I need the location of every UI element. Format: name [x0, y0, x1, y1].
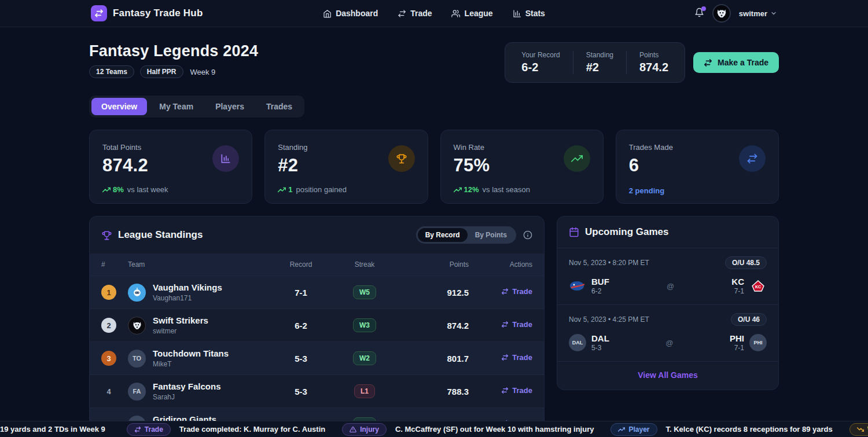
team-initials-avatar: TO	[128, 350, 146, 368]
ticker-item: Trade completed: K. Murray for C. Austin	[179, 425, 325, 434]
summary-your-record: Your Record 6-2	[509, 51, 572, 74]
top-navbar: Fantasy Trade Hub Dashboard Trade League…	[0, 0, 868, 27]
at-separator: @	[667, 282, 674, 291]
standings-title: League Standings	[118, 229, 203, 241]
trending-up-icon	[278, 186, 286, 194]
news-ticker: 19 yards and 2 TDs in Week 9 Trade Trade…	[0, 421, 868, 437]
nav-item-dashboard[interactable]: Dashboard	[323, 9, 378, 18]
summary-standing: Standing #2	[573, 51, 626, 74]
notifications-bell-icon[interactable]	[694, 8, 704, 20]
chevron-down-icon	[770, 10, 777, 17]
table-row: 1 Vaughan Vikings Vaughan171 7-1 W5 912.…	[90, 276, 544, 309]
row-trade-button[interactable]: Trade	[501, 353, 532, 362]
make-a-trade-button[interactable]: Make a Trade	[693, 52, 779, 73]
ticker-item: C. McCaffrey (SF) out for Week 10 with h…	[395, 425, 594, 434]
stat-cards: Total Points 874.2 8% vs last week Stand…	[89, 130, 779, 204]
alert-triangle-icon	[350, 426, 356, 433]
home-team-abbr: PHI	[730, 333, 744, 343]
league-standings-card: League Standings By Record By Points # T…	[89, 216, 545, 437]
trending-up-icon	[454, 186, 462, 194]
cowboys-abbr-avatar: DAL	[569, 334, 586, 351]
user-menu[interactable]: switmer	[739, 9, 777, 18]
row-trade-button[interactable]: Trade	[501, 287, 532, 296]
over-under-badge: O/U 48.5	[725, 256, 767, 269]
team-name: Swift Strikers	[153, 315, 208, 326]
rank-badge: 4	[101, 384, 116, 399]
sort-toggle: By Record By Points	[416, 226, 516, 244]
trending-up-icon	[102, 186, 111, 194]
teams-badge: 12 Teams	[89, 65, 134, 78]
stat-card-trades-made: Trades Made 6 2 pending	[616, 130, 779, 204]
nav-item-league[interactable]: League	[452, 9, 493, 18]
ticker-item: 19 yards and 2 TDs in Week 9	[0, 425, 105, 434]
swap-arrows-icon	[501, 354, 509, 361]
notification-dot	[701, 6, 706, 11]
toggle-by-points[interactable]: By Points	[468, 228, 514, 242]
tab-my-team[interactable]: My Team	[149, 98, 203, 115]
trending-up-icon	[618, 426, 625, 433]
team-points: 801.7	[396, 354, 469, 363]
away-team-abbr: DAL	[591, 333, 609, 343]
game-item[interactable]: Nov 5, 2023 • 8:20 PM ET O/U 48.5 BUF 6-…	[557, 248, 778, 304]
game-datetime: Nov 5, 2023 • 8:20 PM ET	[569, 259, 649, 267]
nav-item-trade[interactable]: Trade	[398, 9, 432, 18]
view-tabs: Overview My Team Players Trades	[89, 96, 304, 117]
team-points: 874.2	[396, 321, 469, 330]
stat-card-standing: Standing #2 1 position gained	[264, 130, 428, 204]
upcoming-games-card: Upcoming Games Nov 5, 2023 • 8:20 PM ET …	[557, 216, 779, 390]
home-team-abbr: KC	[731, 277, 744, 287]
game-item[interactable]: Nov 5, 2023 • 4:25 PM ET O/U 46 DAL DAL …	[557, 304, 778, 361]
team-record: 5-3	[269, 387, 333, 396]
trending-up-icon	[564, 145, 590, 172]
rank-badge: 3	[101, 351, 116, 366]
team-owner: Vaughan171	[153, 294, 222, 302]
home-icon	[323, 9, 332, 18]
brand-name: Fantasy Trade Hub	[113, 8, 203, 19]
team-owner: switmer	[153, 327, 208, 335]
calendar-icon	[569, 227, 579, 237]
swap-arrows-icon	[134, 426, 141, 433]
week-label: Week 9	[190, 68, 216, 76]
scoring-badge: Half PPR	[140, 65, 183, 78]
tab-overview[interactable]: Overview	[91, 98, 147, 115]
user-avatar[interactable]	[712, 4, 731, 23]
trending-down-icon	[857, 426, 864, 433]
swap-arrows-icon	[398, 9, 406, 18]
nav-right: switmer	[694, 4, 777, 23]
home-team-record: 7-1	[730, 344, 744, 352]
team-initials-avatar: FA	[128, 383, 146, 401]
game-datetime: Nov 5, 2023 • 4:25 PM ET	[569, 315, 649, 324]
bar-chart-icon	[212, 145, 239, 172]
streak-badge: L1	[354, 384, 375, 398]
nav-item-stats[interactable]: Stats	[513, 9, 545, 18]
brand: Fantasy Trade Hub	[91, 5, 203, 21]
nav-menu: Dashboard Trade League Stats	[323, 9, 545, 18]
info-icon[interactable]	[523, 230, 532, 240]
summary-points: Points 874.2	[626, 51, 681, 74]
row-trade-button[interactable]: Trade	[501, 386, 532, 395]
tab-trades[interactable]: Trades	[256, 98, 302, 115]
away-team-record: 5-3	[591, 344, 609, 352]
wolf-mascot-avatar	[128, 317, 146, 335]
pending-trades-link[interactable]: 2 pending	[629, 186, 766, 195]
table-row: 2 Swift Strikers switmer 6-2 W3 874.2 Tr…	[90, 309, 544, 341]
swap-arrows-icon	[501, 288, 509, 295]
stat-card-win-rate: Win Rate 75% 12% vs last season	[440, 130, 604, 204]
team-record: 5-3	[269, 354, 333, 363]
away-team-record: 6-2	[591, 287, 609, 295]
team-points: 788.3	[396, 387, 469, 396]
row-trade-button[interactable]: Trade	[501, 320, 532, 329]
view-all-games-link[interactable]: View All Games	[638, 370, 698, 380]
team-record: 6-2	[269, 321, 333, 330]
tab-players[interactable]: Players	[205, 98, 254, 115]
home-team-record: 7-1	[731, 287, 744, 295]
toggle-by-record[interactable]: By Record	[418, 228, 468, 242]
injury-badge: Injury	[342, 423, 387, 436]
svg-text:KC: KC	[755, 285, 761, 289]
team-name: Vaughan Vikings	[153, 282, 222, 293]
viking-robot-avatar	[128, 284, 146, 302]
streak-badge: W5	[353, 285, 376, 299]
team-owner: SarahJ	[153, 393, 221, 401]
swap-arrows-icon	[501, 321, 509, 328]
league-header: Fantasy Legends 2024 12 Teams Half PPR W…	[89, 42, 779, 83]
